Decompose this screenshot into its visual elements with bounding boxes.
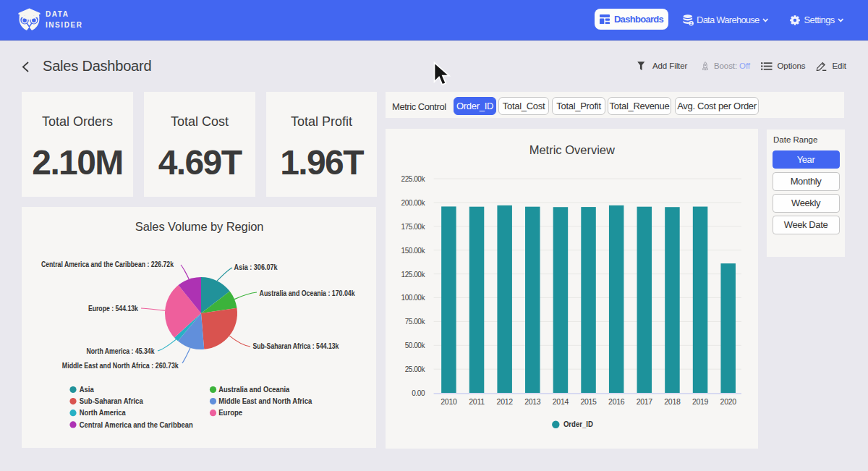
svg-text:Middle East and North Africa: Middle East and North Africa: [218, 397, 312, 405]
svg-text:200.00k: 200.00k: [401, 199, 426, 207]
svg-text:Order_ID: Order_ID: [563, 420, 593, 428]
svg-text:Australia and Oceania : 170.04: Australia and Oceania : 170.04k: [260, 289, 355, 297]
svg-text:2020: 2020: [720, 397, 737, 406]
svg-text:125.00k: 125.00k: [401, 271, 426, 279]
svg-text:2013: 2013: [524, 397, 541, 406]
svg-text:2012: 2012: [497, 397, 514, 406]
svg-text:2017: 2017: [637, 397, 653, 406]
svg-text:Central America and the Caribb: Central America and the Caribbean : 226.…: [41, 260, 174, 268]
svg-text:2018: 2018: [664, 397, 681, 406]
svg-text:Sub-Saharan Africa : 544.13k: Sub-Saharan Africa : 544.13k: [252, 342, 339, 350]
svg-text:2010: 2010: [441, 397, 457, 406]
svg-text:2011: 2011: [469, 397, 485, 406]
svg-text:225.00k: 225.00k: [401, 175, 426, 183]
svg-text:Australia and Oceania: Australia and Oceania: [218, 386, 289, 394]
svg-text:25.00k: 25.00k: [405, 365, 426, 373]
svg-text:2015: 2015: [581, 397, 597, 406]
svg-text:175.00k: 175.00k: [401, 223, 426, 231]
svg-text:150.00k: 150.00k: [401, 247, 426, 255]
svg-text:2019: 2019: [692, 397, 709, 406]
svg-text:Europe: Europe: [218, 409, 242, 417]
svg-text:Sub-Saharan Africa: Sub-Saharan Africa: [80, 397, 143, 405]
svg-text:Central America and the Caribb: Central America and the Caribbean: [80, 421, 193, 429]
svg-text:75.00k: 75.00k: [405, 318, 426, 326]
svg-text:Sales Volume by Region: Sales Volume by Region: [135, 220, 264, 233]
svg-text:Metric Overview: Metric Overview: [529, 143, 615, 156]
svg-text:North America: North America: [80, 409, 126, 417]
svg-text:Middle East and North Africa :: Middle East and North Africa : 260.73k: [62, 362, 179, 370]
svg-text:100.00k: 100.00k: [401, 294, 426, 302]
svg-text:2016: 2016: [608, 397, 625, 406]
svg-text:Asia: Asia: [80, 386, 94, 394]
svg-text:50.00k: 50.00k: [405, 341, 426, 349]
svg-text:2014: 2014: [553, 397, 569, 406]
svg-text:North America : 45.34k: North America : 45.34k: [87, 347, 155, 355]
svg-text:Europe : 544.13k: Europe : 544.13k: [88, 305, 138, 313]
svg-text:Asia : 306.07k: Asia : 306.07k: [234, 263, 278, 271]
svg-text:0.00: 0.00: [412, 389, 425, 397]
